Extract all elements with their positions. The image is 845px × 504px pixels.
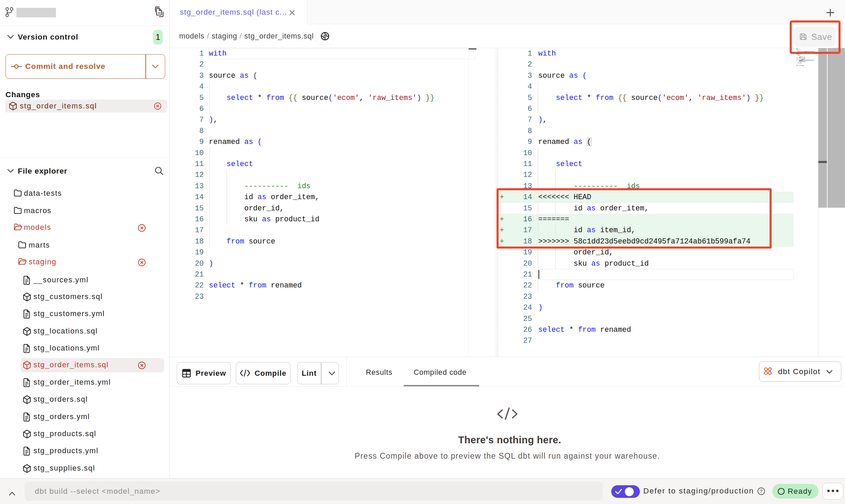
svg-text:?: ? [760,489,763,494]
